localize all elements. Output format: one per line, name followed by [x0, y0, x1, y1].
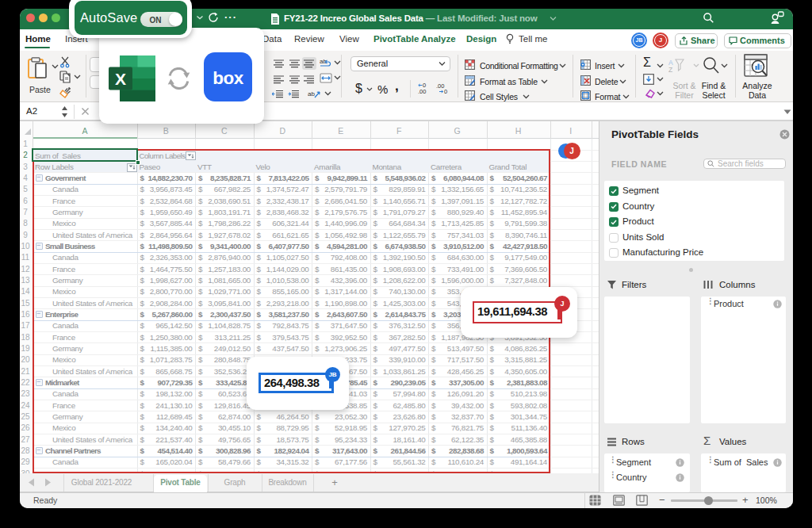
svg-text:.00: .00: [418, 88, 426, 94]
svg-text:.00: .00: [436, 82, 444, 90]
svg-text:X: X: [115, 70, 126, 88]
svg-text:A: A: [668, 59, 673, 67]
svg-text:0: 0: [423, 82, 426, 89]
svg-text:box: box: [213, 68, 243, 88]
svg-text:ab: ab: [308, 90, 315, 98]
svg-text:0: 0: [444, 88, 447, 94]
svg-text:Z: Z: [668, 66, 672, 73]
